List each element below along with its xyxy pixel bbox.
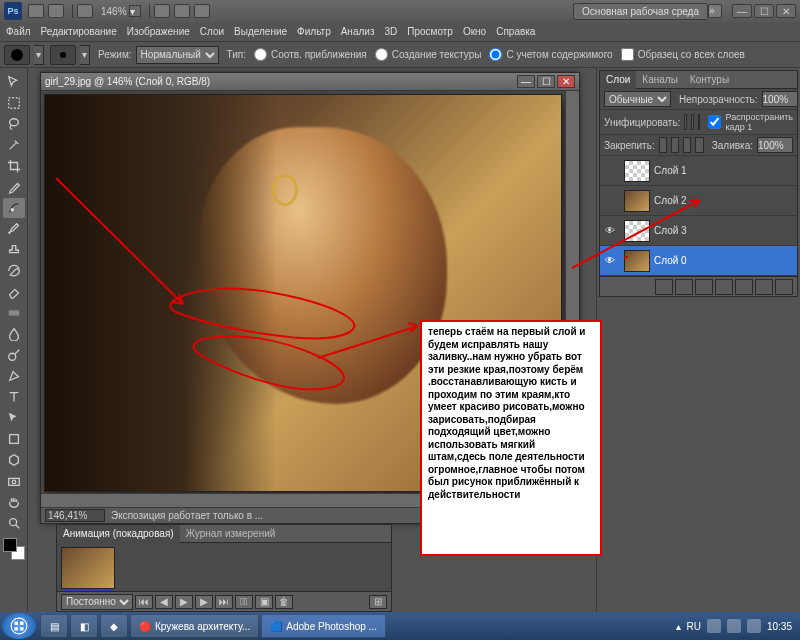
blend-mode-select[interactable]: Нормальный — [136, 46, 219, 64]
tab-measurement-log[interactable]: Журнал измерений — [180, 525, 282, 543]
minimize-icon[interactable]: — — [732, 4, 752, 18]
lock-pixels-icon[interactable] — [671, 137, 679, 153]
menu-layer[interactable]: Слои — [200, 26, 224, 37]
type-texture-radio[interactable] — [375, 48, 388, 61]
brush-preset-icon[interactable] — [50, 45, 76, 65]
hand-icon[interactable] — [154, 4, 170, 18]
frame-thumbnail[interactable] — [61, 547, 115, 589]
unify-style-icon[interactable] — [698, 114, 701, 130]
layer-name[interactable]: Слой 3 — [654, 225, 687, 236]
new-frame-icon[interactable]: ▣ — [255, 595, 273, 609]
propagate-checkbox[interactable] — [708, 114, 721, 130]
delete-frame-icon[interactable]: 🗑 — [275, 595, 293, 609]
type-proximity-radio[interactable] — [254, 48, 267, 61]
opacity-input[interactable] — [762, 91, 798, 107]
doc-maximize-icon[interactable]: ☐ — [537, 75, 555, 88]
last-frame-icon[interactable]: ⏭ — [215, 595, 233, 609]
view-extras-icon[interactable] — [77, 4, 93, 18]
workspace-button[interactable]: Основная рабочая среда — [573, 3, 708, 20]
layer-style-icon[interactable] — [675, 279, 693, 295]
camera-tool-icon[interactable] — [3, 471, 25, 491]
color-swatches[interactable] — [3, 538, 25, 560]
layer-thumbnail[interactable] — [624, 160, 650, 182]
start-button[interactable] — [2, 613, 36, 639]
sample-all-checkbox[interactable] — [621, 48, 634, 61]
tray-flag-icon[interactable] — [707, 619, 721, 633]
maximize-icon[interactable]: ☐ — [754, 4, 774, 18]
layer-row[interactable]: Слой 2 — [600, 186, 797, 216]
tab-channels[interactable]: Каналы — [636, 71, 684, 89]
timeline-mode-icon[interactable]: ⊞ — [369, 595, 387, 609]
menu-view[interactable]: Просмотр — [407, 26, 453, 37]
first-frame-icon[interactable]: ⏮ — [135, 595, 153, 609]
eyedropper-tool-icon[interactable] — [3, 177, 25, 197]
menu-analysis[interactable]: Анализ — [341, 26, 375, 37]
tab-layers[interactable]: Слои — [600, 71, 636, 89]
taskbar-opera[interactable]: 🔴 Кружева архитекту... — [130, 614, 259, 638]
history-brush-tool-icon[interactable] — [3, 261, 25, 281]
menu-image[interactable]: Изображение — [127, 26, 190, 37]
layer-thumbnail[interactable] — [624, 190, 650, 212]
tray-volume-icon[interactable] — [747, 619, 761, 633]
stamp-tool-icon[interactable] — [3, 240, 25, 260]
tool-preset-icon[interactable] — [4, 45, 30, 65]
zoom-tool-icon[interactable] — [3, 513, 25, 533]
tool-preset-dropdown-icon[interactable]: ▾ — [34, 45, 44, 65]
lock-position-icon[interactable] — [683, 137, 691, 153]
minibridge-icon[interactable] — [48, 4, 64, 18]
layer-row[interactable]: 👁 Слой 0 — [600, 246, 797, 276]
shape-tool-icon[interactable] — [3, 429, 25, 449]
move-tool-icon[interactable] — [3, 72, 25, 92]
menu-file[interactable]: Файл — [6, 26, 31, 37]
status-zoom[interactable]: 146,41% — [45, 509, 105, 522]
unify-position-icon[interactable] — [684, 114, 687, 130]
healing-brush-tool-icon[interactable] — [3, 198, 25, 218]
dodge-tool-icon[interactable] — [3, 345, 25, 365]
document-titlebar[interactable]: girl_29.jpg @ 146% (Слой 0, RGB/8) — ☐ ✕ — [41, 73, 579, 91]
path-tool-icon[interactable] — [3, 408, 25, 428]
layer-name[interactable]: Слой 0 — [654, 255, 687, 266]
language-indicator[interactable]: RU — [687, 621, 701, 632]
crop-tool-icon[interactable] — [3, 156, 25, 176]
menu-edit[interactable]: Редактирование — [41, 26, 117, 37]
clock[interactable]: 10:35 — [767, 621, 792, 632]
pen-tool-icon[interactable] — [3, 366, 25, 386]
doc-minimize-icon[interactable]: — — [517, 75, 535, 88]
prev-frame-icon[interactable]: ◀ — [155, 595, 173, 609]
taskbar-app2-icon[interactable]: ◆ — [100, 614, 128, 638]
delete-layer-icon[interactable] — [775, 279, 793, 295]
blend-mode-select[interactable]: Обычные — [604, 91, 671, 107]
lock-transparent-icon[interactable] — [659, 137, 667, 153]
menu-3d[interactable]: 3D — [384, 26, 397, 37]
zoom-level[interactable]: 146% — [101, 6, 127, 17]
system-tray[interactable]: ▴ RU 10:35 — [670, 619, 798, 633]
doc-close-icon[interactable]: ✕ — [557, 75, 575, 88]
workspace-chevron-icon[interactable]: » — [708, 4, 722, 18]
menu-select[interactable]: Выделение — [234, 26, 287, 37]
next-frame-icon[interactable]: ▶ — [195, 595, 213, 609]
fill-input[interactable] — [757, 137, 793, 153]
visibility-toggle-icon[interactable]: 👁 — [600, 225, 620, 236]
layer-row[interactable]: 👁 Слой 3 — [600, 216, 797, 246]
menu-help[interactable]: Справка — [496, 26, 535, 37]
wand-tool-icon[interactable] — [3, 135, 25, 155]
gradient-tool-icon[interactable] — [3, 303, 25, 323]
link-layers-icon[interactable] — [655, 279, 673, 295]
unify-visibility-icon[interactable] — [691, 114, 694, 130]
taskbar-explorer-icon[interactable]: ▤ — [40, 614, 68, 638]
layer-name[interactable]: Слой 1 — [654, 165, 687, 176]
layer-thumbnail[interactable] — [624, 220, 650, 242]
3d-tool-icon[interactable] — [3, 450, 25, 470]
brush-tool-icon[interactable] — [3, 219, 25, 239]
new-layer-icon[interactable] — [755, 279, 773, 295]
adjustment-layer-icon[interactable] — [715, 279, 733, 295]
hand-tool-icon[interactable] — [3, 492, 25, 512]
close-icon[interactable]: ✕ — [776, 4, 796, 18]
bridge-icon[interactable] — [28, 4, 44, 18]
loop-select[interactable]: Постоянно — [61, 594, 133, 610]
type-contentaware-radio[interactable] — [489, 48, 502, 61]
tween-icon[interactable]: �⃞ — [235, 595, 253, 609]
tab-animation[interactable]: Анимация (покадровая) — [57, 525, 180, 543]
type-tool-icon[interactable] — [3, 387, 25, 407]
blur-tool-icon[interactable] — [3, 324, 25, 344]
